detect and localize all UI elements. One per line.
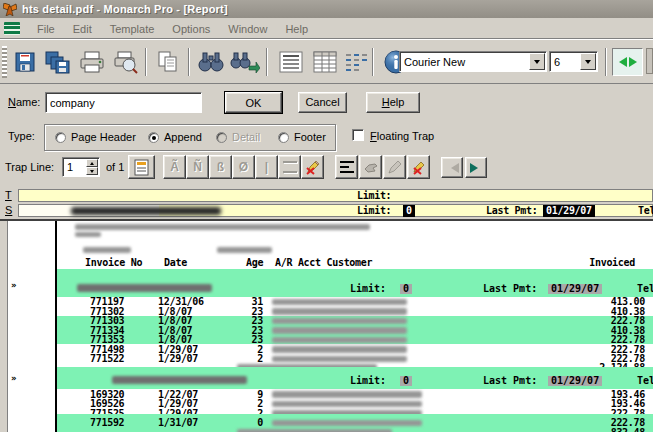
line-trap-button[interactable]	[278, 155, 301, 179]
trap-line-row: Trap Line: 1 of 1 Ã Ñ ß Ø |	[0, 155, 653, 183]
clipped-toolbar-button[interactable]	[646, 48, 653, 74]
cell-invoice: 771592	[90, 418, 124, 428]
radio-append-label: Append	[164, 131, 202, 143]
menu-options[interactable]: Options	[163, 20, 219, 38]
find-button[interactable]	[195, 46, 226, 77]
floating-trap-checkbox[interactable]	[352, 129, 364, 141]
menu-template[interactable]: Template	[101, 20, 164, 38]
redacted-report-title	[75, 224, 370, 230]
hand-icon	[363, 160, 379, 174]
clear-all-traps-button[interactable]	[407, 155, 430, 179]
report-row[interactable]: 771303 1/8/07 23 222.78	[57, 316, 653, 326]
print-button[interactable]	[76, 46, 107, 77]
toolbar-grip[interactable]	[2, 46, 7, 78]
sample-limit-field[interactable]: 0	[403, 205, 415, 217]
col-customer: A/R Acct Customer	[275, 258, 372, 268]
col-invoiced: Invoiced	[589, 258, 635, 268]
report-row[interactable]: 771334 1/8/07 23 410.38	[57, 326, 653, 336]
report-row[interactable]: 169320 1/22/07 9 193.46	[57, 390, 653, 400]
report-row[interactable]: 771197 12/31/06 31 413.00	[57, 297, 653, 307]
trap-character-strip[interactable]: Limit:	[18, 189, 653, 202]
menu-file[interactable]: File	[28, 20, 64, 38]
report-row[interactable]: 771592 1/31/07 0 222.78	[57, 418, 653, 428]
report-left-gutter[interactable]	[0, 221, 8, 432]
multiple-floppies-icon	[44, 50, 70, 74]
pencil-edit-button[interactable]	[383, 155, 406, 179]
previous-trap-button[interactable]	[441, 157, 463, 178]
size-dropdown-button[interactable]	[580, 53, 596, 70]
chevron-down-icon	[534, 60, 540, 67]
group-limit-field[interactable]: 0	[400, 376, 412, 386]
print-preview-button[interactable]	[110, 46, 141, 77]
pencil-red-x-icon	[411, 159, 427, 175]
report-content[interactable]: Invoice No Date Age A/R Acct Customer In…	[57, 221, 653, 432]
radio-page-header[interactable]: Page Header	[55, 131, 136, 143]
trap-match-marker: »	[11, 373, 16, 383]
menu-edit[interactable]: Edit	[64, 20, 101, 38]
blank-trap-button[interactable]: ß	[209, 155, 232, 179]
cancel-button[interactable]: Cancel	[298, 92, 347, 113]
radio-detail[interactable]: Detail	[216, 131, 260, 143]
green-right-arrow-icon	[629, 57, 642, 67]
select-lines-button[interactable]	[335, 155, 358, 179]
spinner-down-button[interactable]	[86, 167, 98, 175]
save-all-button[interactable]	[41, 46, 72, 77]
font-size-combobox[interactable]: 6	[549, 51, 598, 72]
cell-age: 0	[233, 418, 263, 428]
sample-row-label: S	[5, 204, 12, 216]
find-next-button[interactable]	[229, 46, 260, 77]
nonblank-trap-button[interactable]: Ø	[232, 155, 255, 179]
table-view-icon	[312, 50, 338, 74]
radio-append[interactable]: Append	[148, 131, 202, 143]
hand-sample-button[interactable]	[359, 155, 382, 179]
radio-footer-label: Footer	[294, 131, 326, 143]
trap-line-label: Trap Line:	[5, 161, 54, 173]
copy-button[interactable]	[152, 46, 183, 77]
group-header-band[interactable]: Limit: 0 Last Pmt: 01/29/07 Tel:	[57, 269, 653, 297]
toolbar-separator	[145, 48, 147, 76]
redacted-customer	[272, 327, 407, 334]
numeric-trap-button[interactable]: Ñ	[186, 155, 209, 179]
alpha-trap-button[interactable]: Ã	[163, 155, 186, 179]
summary-view-button[interactable]	[340, 46, 371, 77]
radio-footer[interactable]: Footer	[278, 131, 326, 143]
font-name-value: Courier New	[400, 56, 529, 68]
spinner-up-button[interactable]	[86, 159, 98, 167]
group-lastpmt-field[interactable]: 01/29/07	[548, 284, 602, 294]
field-width-toggle-button[interactable]	[612, 48, 643, 76]
report-row[interactable]: 771302 1/8/07 23 410.38	[57, 307, 653, 317]
save-button[interactable]	[9, 46, 40, 77]
col-invoice-no: Invoice No	[85, 258, 142, 268]
font-dropdown-button[interactable]	[529, 53, 545, 70]
next-trap-button[interactable]	[465, 157, 487, 178]
group-total-row[interactable]: 832.48	[57, 428, 653, 432]
binoculars-arrow-icon	[230, 50, 260, 74]
edit-trap-line-button[interactable]	[128, 155, 155, 179]
report-document-icon[interactable]	[4, 22, 20, 35]
report-row[interactable]: 771353 1/8/07 23 222.78	[57, 335, 653, 345]
group-header-band[interactable]: Limit: 0 Last Pmt: 01/29/07 Tel:	[57, 367, 653, 389]
menu-help[interactable]: Help	[276, 20, 317, 38]
chevron-down-icon	[585, 60, 591, 67]
document-edit-icon	[134, 159, 150, 176]
report-view-button[interactable]	[275, 46, 306, 77]
sample-text-strip[interactable]: Limit: 0 Last Pmt: 01/29/07 Tel:	[18, 204, 653, 217]
group-lastpmt-field[interactable]: 01/29/07	[548, 376, 602, 386]
report-row[interactable]: 771498 1/29/07 2 222.78	[57, 345, 653, 355]
sample-lastpmt-field[interactable]: 01/29/07	[543, 205, 595, 217]
summary-view-icon	[343, 50, 369, 74]
ok-button[interactable]: OK	[225, 92, 282, 113]
table-view-button[interactable]	[309, 46, 340, 77]
report-margin: » »	[8, 221, 55, 432]
help-button[interactable]: Help	[366, 92, 420, 113]
menu-window[interactable]: Window	[219, 20, 276, 38]
clear-trap-button[interactable]	[301, 155, 324, 179]
right-arrow-icon	[470, 163, 483, 173]
group-limit-field[interactable]: 0	[400, 284, 412, 294]
name-input[interactable]	[45, 92, 202, 113]
exact-trap-button[interactable]: |	[255, 155, 278, 179]
font-name-combobox[interactable]: Courier New	[399, 51, 547, 72]
radio-circle-icon	[278, 132, 289, 143]
trap-line-spinner[interactable]: 1	[62, 157, 100, 177]
report-row[interactable]: 169526 1/29/07 2 193.46	[57, 399, 653, 409]
